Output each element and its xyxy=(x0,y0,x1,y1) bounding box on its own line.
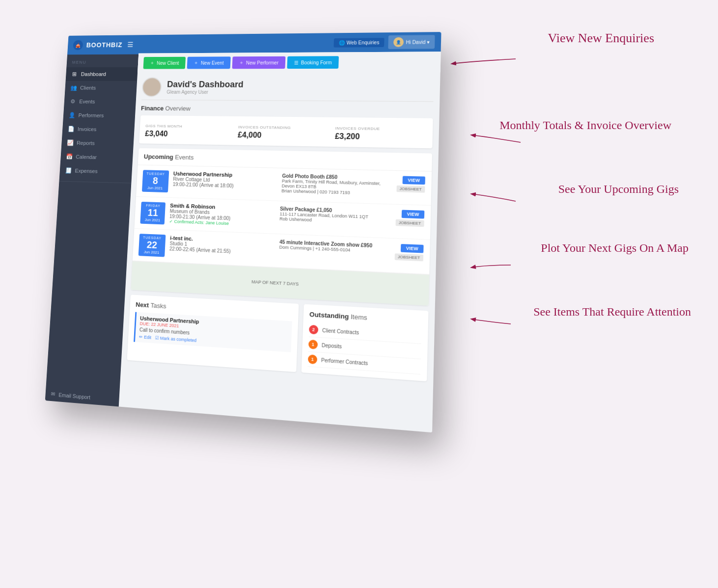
content-area: David's Dashboard Gleam Agency User Fina… xyxy=(119,73,441,433)
event-date-num-2: 11 xyxy=(144,207,162,218)
jobsheet-button-3[interactable]: JOBSHEET xyxy=(394,253,423,261)
annotation-upcoming-gigs: See Your Upcoming Gigs xyxy=(558,182,679,197)
logo-icon: 🎪 xyxy=(73,40,83,50)
events-icon: ⚙ xyxy=(69,98,76,105)
tasks-word: Tasks xyxy=(150,302,166,310)
sidebar-label-performers: Performers xyxy=(78,112,104,118)
view-button-3[interactable]: VIEW xyxy=(401,244,424,253)
finance-gigs: GIGS THIS MONTH £3,040 xyxy=(145,124,229,139)
app-name: BOOTHBIZ xyxy=(86,41,122,49)
profile-subtitle: Gleam Agency User xyxy=(166,89,243,95)
annotation-monthly-totals: Monthly Totals & Invoice Overview xyxy=(499,118,671,133)
finance-grid: GIGS THIS MONTH £3,040 INVOICES OUTSTAND… xyxy=(145,121,427,142)
sidebar-item-performers[interactable]: 👤 Performers xyxy=(63,108,136,123)
deposits-label: Deposits xyxy=(322,342,342,349)
event-actions-2: VIEW JOBSHEET xyxy=(395,210,424,227)
booking-form-button[interactable]: ☰ Booking Form xyxy=(287,56,339,69)
event-date-box-1: TUESDAY 8 Jun 2021 xyxy=(142,170,169,192)
profile-header: David's Dashboard Gleam Agency User xyxy=(141,73,434,102)
expenses-icon: 🧾 xyxy=(65,167,71,174)
map-label: MAP OF NEXT 7 DAYS xyxy=(251,279,299,286)
user-label: Hi David ▾ xyxy=(406,39,429,45)
sidebar-item-clients[interactable]: 👥 Clients xyxy=(65,81,137,95)
task-edit-button[interactable]: ✏ Edit xyxy=(139,334,151,340)
user-avatar: 👤 xyxy=(393,37,404,47)
sidebar-item-dashboard[interactable]: ⊞ Dashboard xyxy=(66,67,138,81)
outstanding-title: Outstanding Items xyxy=(309,311,422,325)
sidebar-label-calendar: Calendar xyxy=(76,154,97,160)
sidebar-item-events[interactable]: ⚙ Events xyxy=(64,95,136,109)
booking-form-icon: ☰ xyxy=(294,60,299,65)
sidebar-item-expenses[interactable]: 🧾 Expenses xyxy=(59,163,132,179)
overdue-label: INVOICES OVERDUE xyxy=(335,126,426,132)
tasks-card: Next Tasks Usherwood Partnership DUE: 22… xyxy=(127,294,299,372)
new-event-icon: ＋ xyxy=(193,59,198,66)
jobsheet-button-2[interactable]: JOBSHEET xyxy=(395,219,424,227)
dashboard-icon: ⊞ xyxy=(71,71,78,77)
enquiries-label: Web Enquiries xyxy=(347,40,380,45)
sidebar-item-support[interactable]: ✉ Email Support xyxy=(45,386,120,406)
outstanding-card: Outstanding Items 2 Client Contracts 1 D… xyxy=(301,304,428,381)
event-date-num-3: 22 xyxy=(142,239,162,250)
new-client-button[interactable]: ＋ New Client xyxy=(143,57,186,69)
top-bar: 🌐 Web Enquiries 👤 Hi David ▾ xyxy=(138,32,441,53)
outstanding-label: INVOICES OUTSTANDING xyxy=(238,125,325,131)
badge-deposits: 1 xyxy=(308,340,318,349)
booking-form-label: Booking Form xyxy=(301,60,332,65)
hamburger-icon[interactable]: ☰ xyxy=(127,41,134,49)
event-actions-1: VIEW JOBSHEET xyxy=(396,176,425,192)
profile-info: David's Dashboard Gleam Agency User xyxy=(166,80,244,95)
event-package-2: Silver Package £1,050 111-117 Lancaster … xyxy=(279,206,391,225)
badge-performer-contracts: 1 xyxy=(308,354,317,364)
profile-avatar xyxy=(141,77,162,97)
event-month-3: Jun 2021 xyxy=(142,250,161,255)
new-event-button[interactable]: ＋ New Event xyxy=(187,56,231,69)
event-info-3: i-test inc. Studio 1 22:00-22:45 (Arrive… xyxy=(169,235,275,256)
sidebar-item-reports[interactable]: 📈 Reports xyxy=(61,135,134,151)
event-month-2: Jun 2021 xyxy=(144,217,161,222)
annotation-view-enquiries: View New Enquiries xyxy=(548,30,655,46)
dashboard: 🎪 BOOTHBIZ ☰ MENU ⊞ Dashboard 👥 Clients … xyxy=(45,32,442,432)
bottom-row: Next Tasks Usherwood Partnership DUE: 22… xyxy=(127,294,429,381)
sidebar-item-invoices[interactable]: 📄 Invoices xyxy=(62,122,135,136)
event-month-1: Jun 2021 xyxy=(146,186,165,190)
event-actions-3: VIEW JOBSHEET xyxy=(394,244,423,262)
new-event-label: New Event xyxy=(201,60,224,66)
view-button-1[interactable]: VIEW xyxy=(402,176,425,185)
reports-icon: 📈 xyxy=(67,139,73,146)
outstanding-items-word: Items xyxy=(351,313,367,321)
event-date-num-1: 8 xyxy=(146,175,165,186)
web-enquiries-button[interactable]: 🌐 Web Enquiries xyxy=(333,38,385,48)
event-info-1: Usherwood Partnership River Cottage Ltd … xyxy=(173,171,277,190)
performers-icon: 👤 xyxy=(68,112,75,118)
outstanding-value: £4,000 xyxy=(238,131,325,140)
new-performer-button[interactable]: ＋ New Performer xyxy=(232,56,285,69)
profile-name: David's Dashboard xyxy=(167,80,244,89)
events-card: Upcoming Events TUESDAY 8 Jun 2021 Usher… xyxy=(131,148,432,306)
task-complete-button[interactable]: ☑ Mark as completed xyxy=(155,335,197,343)
event-package-3: 45 minute Interactive Zoom show £950 Dom… xyxy=(279,239,389,254)
new-client-icon: ＋ xyxy=(150,60,155,66)
event-date-box-2: FRIDAY 11 Jun 2021 xyxy=(140,202,166,225)
event-date-box-3: TUESDAY 22 Jun 2021 xyxy=(138,234,166,257)
user-menu-button[interactable]: 👤 Hi David ▾ xyxy=(388,35,435,49)
new-performer-icon: ＋ xyxy=(239,59,244,66)
menu-label: MENU xyxy=(66,54,138,68)
sidebar-label-expenses: Expenses xyxy=(75,168,98,174)
finance-overview-word: Overview xyxy=(165,105,191,112)
sidebar-item-calendar[interactable]: 📅 Calendar xyxy=(60,150,133,165)
view-button-2[interactable]: VIEW xyxy=(402,210,425,219)
task-item: Usherwood Partnership DUE: 22 JUNE 2021 … xyxy=(134,312,292,352)
finance-overdue: INVOICES OVERDUE £3,200 xyxy=(335,126,427,142)
sidebar-logo: 🎪 BOOTHBIZ ☰ xyxy=(67,35,139,54)
event-package-1: Gold Photo Booth £850 Park Farm, Trinity… xyxy=(281,173,391,196)
jobsheet-button-1[interactable]: JOBSHEET xyxy=(396,186,425,193)
gigs-value: £3,040 xyxy=(145,130,228,139)
clients-icon: 👥 xyxy=(70,84,77,91)
contracts-label: Client Contracts xyxy=(322,327,359,335)
annotation-outstanding-items: See Items That Require Attention xyxy=(533,304,691,320)
sidebar-divider xyxy=(59,181,131,184)
annotation-map-gigs: Plot Your Next Gigs On A Map xyxy=(541,241,689,256)
overdue-value: £3,200 xyxy=(335,132,426,142)
new-performer-label: New Performer xyxy=(246,60,278,65)
